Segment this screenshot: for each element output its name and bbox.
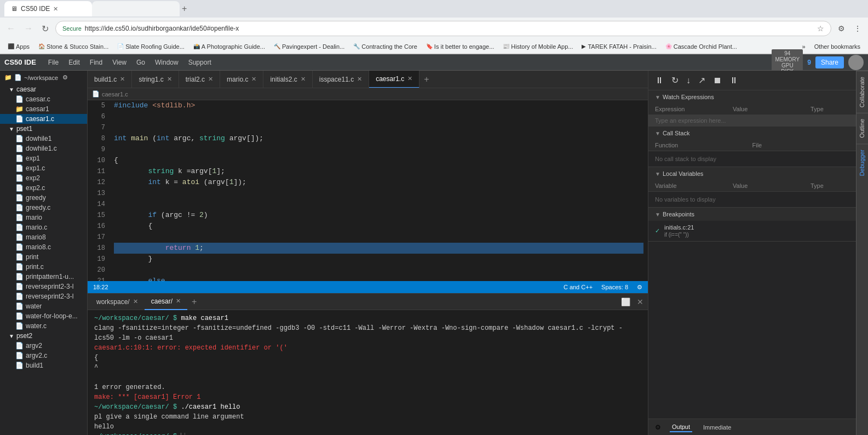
sidebar-item-exp1c[interactable]: 📄 exp1.c — [0, 163, 87, 173]
browser-active-tab[interactable]: 🖥 CS50 IDE ✕ — [4, 1, 92, 16]
editor-tab-isspace11c[interactable]: isspace11.c ✕ — [313, 71, 369, 88]
bookmark-star[interactable]: ☆ — [817, 24, 824, 33]
sidebar-item-caesar1-c[interactable]: 📄 caesar1.c — [0, 114, 87, 124]
sidebar-item-greedy[interactable]: 📄 greedy — [0, 193, 87, 203]
tab-initials2c-close[interactable]: ✕ — [301, 76, 306, 83]
terminal-maximize-button[interactable]: ⬜ — [619, 296, 633, 307]
tab-marioc-close[interactable]: ✕ — [251, 76, 256, 83]
back-button[interactable]: ← — [4, 21, 18, 36]
expression-input[interactable] — [648, 115, 856, 126]
bookmark-apps[interactable]: ⬛ Apps — [4, 42, 33, 51]
menu-button[interactable]: ⋮ — [852, 22, 864, 35]
sidebar-item-caesar-c[interactable]: 📄 caesar.c — [0, 94, 87, 104]
sidebar-item-printc[interactable]: 📄 print.c — [0, 262, 87, 272]
sidebar-item-exp1[interactable]: 📄 exp1 — [0, 153, 87, 163]
terminal-caesar-close[interactable]: ✕ — [176, 297, 181, 305]
debug-stop-button[interactable]: ⏹ — [711, 75, 724, 87]
collaborate-tab[interactable]: Collaborate — [856, 71, 868, 113]
bookmark-cascade[interactable]: 🌸 Cascade Orchid Plant... — [662, 42, 740, 51]
editor-tab-initials2c[interactable]: initials2.c ✕ — [263, 71, 312, 88]
sidebar-item-water-for[interactable]: 📄 water-for-loop-e... — [0, 311, 87, 321]
sidebar-item-pset2[interactable]: ▼ pset2 — [0, 331, 87, 341]
sidebar-item-argv2[interactable]: 📄 argv2 — [0, 341, 87, 351]
sidebar-item-exp2[interactable]: 📄 exp2 — [0, 173, 87, 183]
terminal-close-button[interactable]: ✕ — [635, 296, 646, 307]
menu-view[interactable]: View — [108, 56, 131, 68]
browser-inactive-tab[interactable] — [92, 1, 180, 16]
tab-trial2c-close[interactable]: ✕ — [208, 76, 213, 83]
immediate-tab[interactable]: Immediate — [701, 423, 733, 432]
editor-tab-string1c[interactable]: string1.c ✕ — [132, 71, 179, 88]
forward-button[interactable]: → — [22, 21, 35, 36]
bookmark-stone[interactable]: 🏠 Stone & Stucco Stain... — [35, 42, 112, 51]
menu-go[interactable]: Go — [132, 56, 150, 68]
call-stack-header[interactable]: ▼ Call Stack — [648, 127, 856, 140]
refresh-button[interactable]: ↻ — [39, 21, 51, 36]
sidebar-item-mario8c[interactable]: 📄 mario8.c — [0, 242, 87, 252]
bookmark-tarek[interactable]: ▶ TAREK FATAH - Praisin... — [578, 42, 659, 51]
debug-step-over-button[interactable]: ↻ — [669, 74, 681, 87]
status-settings-icon[interactable]: ⚙ — [637, 284, 642, 291]
sidebar-item-caesar1[interactable]: 📁 caesar1 — [0, 104, 87, 114]
bookmark-paving[interactable]: 🔨 Pavingexpert - Dealin... — [271, 42, 348, 51]
sidebar-item-reverse2[interactable]: 📄 reverseprint2-3-l — [0, 291, 87, 301]
bookmark-contracting[interactable]: 🔧 Contracting the Core — [350, 42, 421, 51]
menu-support[interactable]: Support — [184, 56, 216, 68]
menu-find[interactable]: Find — [85, 56, 107, 68]
editor-tab-build1c[interactable]: build1.c ✕ — [88, 71, 132, 88]
terminal-tab-caesar[interactable]: caesar/ ✕ — [145, 294, 187, 310]
menu-file[interactable]: File — [44, 56, 63, 68]
breakpoint-checkbox-1[interactable]: ✓ — [655, 227, 660, 234]
sidebar-item-print[interactable]: 📄 print — [0, 252, 87, 262]
terminal-workspace-close[interactable]: ✕ — [133, 298, 138, 305]
code-content[interactable]: #include <stdlib.h> int main (int argc, … — [110, 100, 648, 281]
sidebar-item-caesar[interactable]: ▼ caesar — [0, 84, 87, 94]
sidebar-item-greedyc[interactable]: 📄 greedy.c — [0, 203, 87, 213]
debugger-tab[interactable]: Debugger — [856, 144, 868, 181]
bookmark-photo[interactable]: 📸 A Photographic Guide... — [190, 42, 268, 51]
tab-string1c-close[interactable]: ✕ — [167, 76, 172, 83]
bookmark-history[interactable]: 📰 History of Mobile App... — [499, 42, 576, 51]
terminal-tab-workspace[interactable]: workspace/ ✕ — [90, 294, 145, 310]
menu-window[interactable]: Window — [151, 56, 183, 68]
tab-isspace11c-close[interactable]: ✕ — [357, 76, 362, 83]
watch-expressions-header[interactable]: ▼ Watch Expressions — [648, 90, 856, 104]
output-tab[interactable]: Output — [670, 422, 692, 432]
editor-tab-trial2c[interactable]: trial2.c ✕ — [179, 71, 220, 88]
add-tab-button[interactable]: + — [419, 75, 433, 84]
sidebar-item-argv2c[interactable]: 📄 argv2.c — [0, 351, 87, 360]
sidebar-item-build1[interactable]: 📄 build1 — [0, 360, 87, 370]
sidebar-item-marioc[interactable]: 📄 mario.c — [0, 222, 87, 232]
terminal-add-button[interactable]: + — [187, 297, 201, 307]
sidebar-item-mario8[interactable]: 📄 mario8 — [0, 232, 87, 242]
debug-pause-button[interactable]: ⏸ — [653, 75, 666, 87]
extensions-button[interactable]: ⚙ — [836, 22, 847, 35]
tab-close-button[interactable]: ✕ — [53, 5, 58, 13]
sidebar-item-mario[interactable]: 📄 mario — [0, 213, 87, 222]
sidebar-item-exp2c[interactable]: 📄 exp2.c — [0, 183, 87, 193]
debug-step-out-button[interactable]: ↗ — [696, 74, 708, 87]
editor-tab-caesar1c[interactable]: caesar1.c ✕ — [369, 71, 419, 88]
sidebar-item-dowhile1c[interactable]: 📄 dowhile1.c — [0, 144, 87, 153]
sidebar-item-waterc[interactable]: 📄 water.c — [0, 321, 87, 331]
code-editor[interactable]: 5 6 7 8 9 10 11 12 13 14 15 16 17 18 19 … — [88, 100, 648, 281]
tab-caesar1c-close[interactable]: ✕ — [407, 75, 412, 82]
new-tab-button[interactable]: + — [182, 4, 187, 14]
sidebar-item-dowhile1[interactable]: 📄 dowhile1 — [0, 134, 87, 144]
local-variables-header[interactable]: ▼ Local Variables — [648, 167, 856, 180]
breakpoints-header[interactable]: ▼ Breakpoints — [648, 208, 856, 221]
outline-tab[interactable]: Outline — [856, 113, 868, 144]
debug-step-into-button[interactable]: ↓ — [684, 75, 693, 87]
menu-edit[interactable]: Edit — [64, 56, 84, 68]
bookmark-slate[interactable]: 📄 Slate Roofing Guide... — [114, 42, 188, 51]
workspace-settings-icon[interactable]: ⚙ — [62, 74, 68, 81]
tab-build1c-close[interactable]: ✕ — [120, 76, 125, 83]
editor-tab-marioc[interactable]: mario.c ✕ — [220, 71, 263, 88]
sidebar-item-printpattern[interactable]: 📄 printpattern1-u... — [0, 272, 87, 282]
sidebar-item-water[interactable]: 📄 water — [0, 301, 87, 311]
sidebar-item-pset1[interactable]: ▼ pset1 — [0, 124, 87, 134]
share-button[interactable]: Share — [815, 56, 844, 68]
debug-terminate-button[interactable]: ⏸ — [727, 75, 740, 87]
address-bar[interactable]: Secure https://ide.cs50.io/sudhirborgaon… — [55, 21, 831, 36]
bookmark-better[interactable]: 🔖 Is it better to engage... — [423, 42, 497, 51]
